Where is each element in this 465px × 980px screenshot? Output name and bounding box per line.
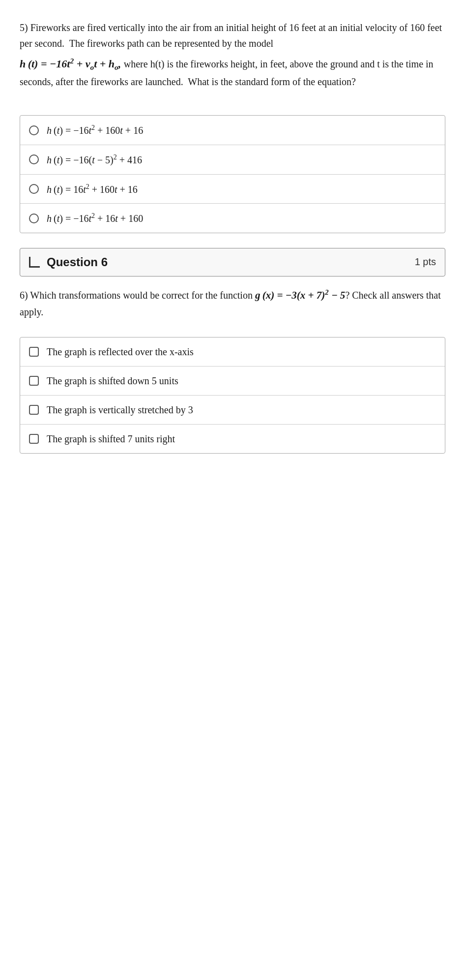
q6-option-4[interactable]: The graph is shifted 7 units right — [20, 425, 445, 453]
question-6-answer-box: The graph is reflected over the x-axis T… — [20, 337, 445, 454]
page: 5) Fireworks are fired vertically into t… — [0, 0, 465, 483]
question-6-title: Question 6 — [47, 255, 108, 269]
question-6-header-left: Question 6 — [29, 255, 108, 269]
q6-option-2[interactable]: The graph is shifted down 5 units — [20, 367, 445, 396]
q5-radio-4[interactable] — [29, 214, 39, 223]
q5-option-2-text: h (t) = −16(t − 5)2 + 416 — [47, 152, 142, 167]
q6-option-2-text: The graph is shifted down 5 units — [47, 373, 178, 388]
q6-checkbox-2[interactable] — [29, 376, 39, 386]
q5-option-1-text: h (t) = −16t2 + 160t + 16 — [47, 122, 143, 138]
question-6-pts: 1 pts — [415, 256, 436, 268]
corner-bracket-icon — [29, 257, 40, 268]
q5-option-3-text: h (t) = 16t2 + 160t + 16 — [47, 182, 138, 197]
question-6-formula: g (x) = −3(x + 7)2 − 5 — [255, 289, 345, 301]
q6-checkbox-1[interactable] — [29, 347, 39, 357]
q6-option-3-text: The graph is vertically stretched by 3 — [47, 402, 193, 417]
q5-option-4[interactable]: h (t) = −16t2 + 16t + 160 — [20, 204, 445, 233]
q6-option-1-text: The graph is reflected over the x-axis — [47, 344, 194, 359]
question-5-body: 5) Fireworks are fired vertically into t… — [20, 15, 445, 103]
q5-radio-3[interactable] — [29, 184, 39, 194]
q5-option-2[interactable]: h (t) = −16(t − 5)2 + 416 — [20, 145, 445, 175]
question-5-intro-text: 5) Fireworks are fired vertically into t… — [20, 20, 445, 51]
q6-checkbox-3[interactable] — [29, 405, 39, 415]
q5-option-1[interactable]: h (t) = −16t2 + 160t + 16 — [20, 116, 445, 145]
question-5-answer-box: h (t) = −16t2 + 160t + 16 h (t) = −16(t … — [20, 115, 445, 233]
question-6-header: Question 6 1 pts — [20, 248, 445, 276]
q5-radio-1[interactable] — [29, 125, 39, 135]
question-6-body: 6) Which transformations would be correc… — [20, 276, 445, 325]
q5-radio-2[interactable] — [29, 154, 39, 164]
question-5-formula: h (t) = −16t2 + vot + ho, — [20, 58, 124, 70]
q5-option-3[interactable]: h (t) = 16t2 + 160t + 16 — [20, 175, 445, 204]
question-6-intro: 6) Which transformations would be correc… — [20, 286, 445, 320]
q6-checkbox-4[interactable] — [29, 434, 39, 444]
q5-option-4-text: h (t) = −16t2 + 16t + 160 — [47, 211, 143, 226]
q6-option-3[interactable]: The graph is vertically stretched by 3 — [20, 396, 445, 425]
question-5-formula-line: h (t) = −16t2 + vot + ho, where h(t) is … — [20, 55, 445, 90]
q6-option-1[interactable]: The graph is reflected over the x-axis — [20, 337, 445, 367]
q6-option-4-text: The graph is shifted 7 units right — [47, 431, 175, 446]
